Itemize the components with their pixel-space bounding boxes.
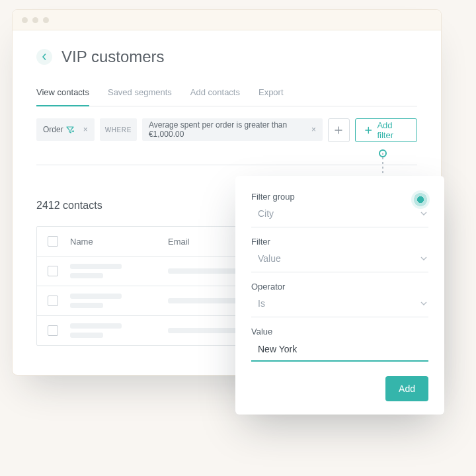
remove-condition-icon[interactable]: × bbox=[311, 125, 316, 134]
funnel-icon bbox=[66, 126, 74, 134]
where-label: WHERE bbox=[105, 126, 132, 134]
filter-value: Value bbox=[258, 253, 281, 264]
col-name[interactable]: Name bbox=[70, 237, 156, 247]
operator-select[interactable]: Is bbox=[251, 296, 428, 317]
filter-select[interactable]: Value bbox=[251, 251, 428, 272]
field-label-filter: Filter bbox=[251, 237, 428, 247]
filter-group-value: City bbox=[258, 208, 274, 219]
where-chip: WHERE bbox=[100, 118, 137, 141]
filter-source-label: Order bbox=[43, 125, 63, 134]
filter-popover: Filter group City Filter Value Operator … bbox=[235, 176, 444, 415]
pulse-indicator-icon bbox=[411, 190, 430, 209]
add-condition-button[interactable] bbox=[328, 118, 350, 142]
remove-source-icon[interactable]: × bbox=[83, 125, 88, 134]
select-all-checkbox[interactable] bbox=[48, 236, 58, 247]
row-checkbox[interactable] bbox=[48, 266, 58, 276]
filter-source-chip[interactable]: Order × bbox=[36, 118, 95, 141]
row-checkbox[interactable] bbox=[48, 296, 58, 306]
window-titlebar bbox=[13, 10, 441, 30]
filter-condition-text: Average spent per order is greater than … bbox=[149, 120, 306, 139]
back-button[interactable] bbox=[36, 49, 52, 65]
chevron-down-icon bbox=[420, 301, 427, 305]
value-input[interactable] bbox=[258, 344, 427, 354]
add-filter-button[interactable]: Add filter bbox=[355, 118, 417, 142]
window-dot bbox=[43, 17, 49, 23]
field-label-operator: Operator bbox=[251, 282, 428, 292]
filter-group-select[interactable]: City bbox=[251, 206, 428, 227]
operator-value: Is bbox=[258, 298, 265, 309]
row-checkbox[interactable] bbox=[48, 325, 58, 336]
plus-icon bbox=[365, 126, 372, 134]
field-label-group: Filter group bbox=[251, 192, 428, 202]
tab-saved-segments[interactable]: Saved segments bbox=[108, 87, 172, 106]
field-label-value: Value bbox=[251, 327, 428, 337]
chevron-down-icon bbox=[420, 212, 427, 216]
add-filter-label: Add filter bbox=[377, 120, 407, 140]
page-title: VIP customers bbox=[61, 48, 165, 66]
filter-bar: Order × WHERE Average spent per order is… bbox=[36, 118, 417, 142]
chevron-left-icon bbox=[41, 54, 48, 60]
divider bbox=[36, 165, 417, 165]
tab-export[interactable]: Export bbox=[258, 87, 284, 106]
tab-add-contacts[interactable]: Add contacts bbox=[190, 87, 240, 106]
plus-icon bbox=[335, 126, 342, 134]
window-dot bbox=[32, 17, 38, 23]
chevron-down-icon bbox=[420, 257, 427, 260]
window-dot bbox=[22, 17, 28, 23]
popover-add-button[interactable]: Add bbox=[385, 376, 428, 401]
tabs: View contacts Saved segments Add contact… bbox=[36, 87, 417, 106]
filter-condition-chip[interactable]: Average spent per order is greater than … bbox=[142, 118, 323, 141]
tab-view-contacts[interactable]: View contacts bbox=[36, 87, 89, 106]
